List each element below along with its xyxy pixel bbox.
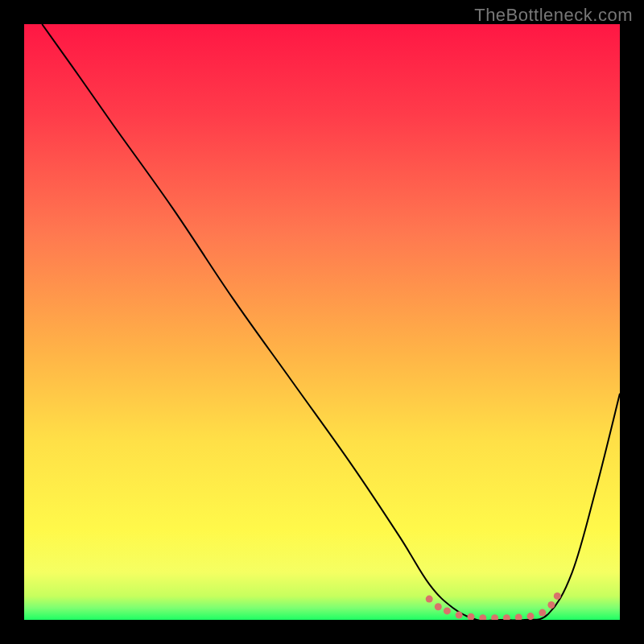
optimal-marker [444,607,451,614]
optimal-marker [491,614,498,620]
optimal-marker [554,592,561,600]
optimal-marker [435,603,442,610]
optimal-marker [547,601,555,609]
optimal-marker [479,614,486,620]
optimal-marker [468,613,475,620]
watermark-text: TheBottleneck.com [474,5,633,26]
optimal-marker [456,612,463,619]
optimal-marker [515,614,522,620]
optimal-marker [527,613,535,620]
optimal-marker [503,614,510,620]
marker-layer [24,24,620,620]
optimal-marker [426,596,433,603]
optimal-marker [539,609,546,617]
chart-container [24,24,620,620]
optimal-range-markers [426,592,561,620]
